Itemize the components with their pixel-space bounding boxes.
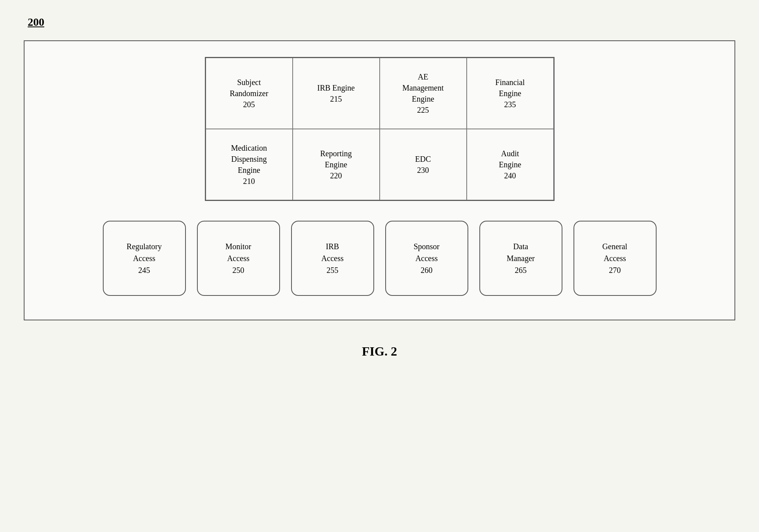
outer-box: SubjectRandomizer205 IRB Engine215 AEMan… [24,40,735,320]
engine-cell-subject-randomizer: SubjectRandomizer205 [206,58,293,129]
diagram-label: 200 [28,16,44,28]
access-box-general: GeneralAccess270 [574,221,657,296]
engine-cell-irb-engine: IRB Engine215 [293,58,380,129]
engine-cell-financial-engine: FinancialEngine235 [467,58,554,129]
access-box-data-manager: DataManager265 [479,221,562,296]
engine-cell-reporting-engine: ReportingEngine220 [293,129,380,200]
engine-cell-ae-management: AEManagementEngine225 [380,58,467,129]
engine-cell-audit-engine: AuditEngine240 [467,129,554,200]
access-box-sponsor: SponsorAccess260 [385,221,468,296]
access-box-irb: IRBAccess255 [291,221,374,296]
engine-cell-edc: EDC230 [380,129,467,200]
figure-caption: FIG. 2 [24,344,735,359]
engine-grid-wrapper: SubjectRandomizer205 IRB Engine215 AEMan… [48,57,711,201]
access-box-regulatory: RegulatoryAccess245 [103,221,186,296]
page-wrapper: 200 SubjectRandomizer205 IRB Engine215 A… [24,16,735,359]
engine-cell-medication-dispensing: MedicationDispensingEngine210 [206,129,293,200]
access-box-monitor: MonitorAccess250 [197,221,280,296]
engine-grid: SubjectRandomizer205 IRB Engine215 AEMan… [205,57,555,201]
access-row: RegulatoryAccess245 MonitorAccess250 IRB… [48,221,711,296]
